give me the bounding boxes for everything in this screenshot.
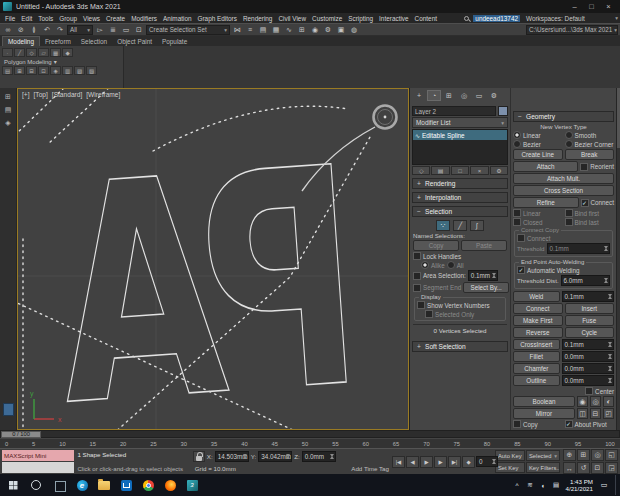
file-explorer-icon[interactable] — [93, 475, 115, 495]
crossinsert-spinner[interactable]: 0.1mm — [562, 339, 615, 350]
cross-section-button[interactable]: Cross Section — [513, 185, 614, 196]
selection-lock-toggle[interactable] — [193, 451, 205, 462]
segment-end-checkbox[interactable]: Segment End — [413, 284, 461, 292]
ribbon-tool-icon[interactable]: ◆ — [62, 48, 73, 57]
select-object-icon[interactable]: ▻ — [94, 24, 106, 35]
motion-tab-icon[interactable]: ◎ — [457, 90, 471, 101]
ribbon-tool-icon[interactable]: ▧ — [86, 66, 97, 75]
selected-only-checkbox[interactable]: Selected Only — [417, 310, 503, 318]
rollout-interpolation[interactable]: + Interpolation — [412, 192, 508, 203]
object-name-field[interactable]: Layer 2 — [412, 106, 496, 116]
render-production-icon[interactable]: ◍ — [348, 24, 360, 35]
network-icon[interactable]: ≋ — [525, 481, 534, 489]
select-and-link-icon[interactable]: ∞ — [2, 24, 14, 35]
bind-last-checkbox[interactable]: Bind last — [565, 218, 615, 226]
boolean-union-icon[interactable]: ◉ — [577, 396, 588, 407]
rollout-rendering[interactable]: + Rendering — [412, 178, 508, 189]
key-mode-toggle-icon[interactable]: ◆ — [462, 456, 475, 468]
modifier-list-dropdown[interactable]: Modifier List ▾ — [412, 117, 508, 128]
selection-filter-dropdown[interactable]: All▾ — [67, 25, 93, 35]
viewport-general-menu[interactable]: [+] — [22, 91, 30, 98]
ribbon-tool-icon[interactable]: ▨ — [74, 66, 85, 75]
attach-mult-button[interactable]: Attach Mult. — [513, 173, 614, 184]
bezier-vertex-radio[interactable]: Bezier — [513, 140, 563, 148]
threshold-dist-spinner[interactable]: 6.0mm — [561, 275, 610, 286]
all-radio[interactable]: All — [447, 261, 464, 269]
fillet-button[interactable]: Fillet — [513, 351, 560, 362]
task-view-button[interactable] — [48, 475, 70, 495]
ribbon-tool-icon[interactable]: ⊞ — [14, 66, 25, 75]
menu-item[interactable]: Scripting — [345, 15, 376, 22]
chamfer-spinner[interactable]: 0.0mm — [562, 363, 615, 374]
boolean-button[interactable]: Boolean — [513, 396, 575, 407]
menu-item[interactable]: Graph Editors — [195, 15, 240, 22]
viewport-pov-menu[interactable]: [Top] — [34, 91, 48, 98]
ribbon-tool-icon[interactable]: ▥ — [62, 66, 73, 75]
auto-key-button[interactable]: Auto Key — [495, 450, 525, 461]
ribbon-tool-icon[interactable]: ▱ — [38, 48, 49, 57]
window-crossing-icon[interactable]: ⊡ — [133, 24, 145, 35]
reverse-button[interactable]: Reverse — [513, 327, 563, 338]
minimize-button[interactable]: – — [566, 0, 583, 13]
area-selection-checkbox[interactable]: Area Selection: — [413, 272, 466, 280]
search-value[interactable]: undeead13742 — [473, 15, 520, 22]
listener-field[interactable] — [2, 462, 74, 473]
render-setup-icon[interactable]: ⚙ — [322, 24, 334, 35]
schematic-view-icon[interactable]: ⊞ — [296, 24, 308, 35]
closed-checkbox[interactable]: Closed — [513, 218, 563, 226]
previous-frame-icon[interactable]: ◀ — [406, 456, 419, 468]
y-coordinate-field[interactable]: 34.042mm — [258, 451, 292, 462]
threshold-spinner[interactable]: 0.1mm — [547, 243, 610, 254]
hierarchy-tab-icon[interactable]: ⊞ — [442, 90, 456, 101]
smooth-vertex-radio[interactable]: Smooth — [565, 131, 615, 139]
spline-subobject-icon[interactable]: ∫ — [470, 220, 484, 231]
viewport-preset-menu[interactable]: [Standard] — [52, 91, 82, 98]
pin-stack-icon[interactable]: ◇ — [412, 166, 430, 175]
copy-selection-button[interactable]: Copy — [413, 240, 459, 251]
configure-modifier-sets-icon[interactable]: ⚙ — [490, 166, 508, 175]
menu-item[interactable]: File — [2, 15, 18, 22]
field-of-view-icon[interactable]: ◲ — [605, 462, 618, 474]
selection-set-field[interactable]: Create Selection Set▾ — [146, 25, 230, 35]
weld-button[interactable]: Weld — [513, 291, 560, 302]
workspaces-selector[interactable]: Workspaces: Default — [526, 15, 585, 22]
rollout-geometry[interactable]: − Geometry — [513, 111, 614, 122]
pan-icon[interactable]: ↔ — [563, 462, 576, 474]
reorient-checkbox[interactable]: Reorient — [580, 163, 614, 171]
menu-item[interactable]: Civil View — [275, 15, 309, 22]
menu-item[interactable]: Customize — [309, 15, 345, 22]
key-mode-dropdown[interactable]: Selected▾ — [526, 450, 560, 461]
make-first-button[interactable]: Make First — [513, 315, 563, 326]
mirror-tool-icon[interactable]: ⋈ — [231, 24, 243, 35]
mirror-horizontal-icon[interactable]: ◫ — [577, 408, 588, 419]
time-slider-track[interactable]: 0 / 100 — [0, 430, 620, 438]
render-frame-window-icon[interactable]: ▣ — [335, 24, 347, 35]
tab-populate[interactable]: Populate — [157, 37, 192, 46]
show-vertex-numbers-checkbox[interactable]: Show Vertex Numbers — [417, 301, 503, 309]
rollout-soft-selection[interactable]: + Soft Selection — [412, 341, 508, 352]
side-toolbar-icon[interactable]: ⊞ — [2, 91, 14, 102]
ribbon-toggle-icon[interactable]: ▦ — [270, 24, 282, 35]
side-toolbar-icon[interactable]: ◈ — [2, 117, 14, 128]
menu-item[interactable]: Group — [56, 15, 80, 22]
show-end-result-icon[interactable]: ▤ — [431, 166, 449, 175]
top-viewport[interactable]: [+] [Top] [Standard] [Wireframe] PA — [17, 88, 409, 430]
ribbon-tool-icon[interactable]: ◈ — [50, 66, 61, 75]
tab-freeform[interactable]: Freeform — [40, 37, 76, 46]
fillet-spinner[interactable]: 0.0mm — [562, 351, 615, 362]
connect-copy-checkbox[interactable]: Connect — [517, 234, 610, 242]
cortana-search-button[interactable] — [25, 475, 47, 495]
3ds-max-taskbar-icon[interactable] — [181, 475, 203, 495]
modify-tab-icon[interactable]: ◔ — [427, 90, 441, 101]
utilities-tab-icon[interactable]: ⚙ — [487, 90, 501, 101]
boolean-intersect-icon[interactable]: ◐ — [603, 396, 614, 407]
polygon-modeling-caption[interactable]: Polygon Modeling ▾ — [2, 58, 121, 65]
viewport-canvas[interactable]: PA — [18, 89, 408, 429]
menu-item[interactable]: Tools — [35, 15, 56, 22]
layer-explorer-icon[interactable]: ▤ — [257, 24, 269, 35]
ribbon-tool-icon[interactable]: ◇ — [26, 48, 37, 57]
menu-item[interactable]: Rendering — [240, 15, 276, 22]
chrome-icon[interactable] — [137, 475, 159, 495]
automatic-welding-checkbox[interactable]: Automatic Welding — [517, 266, 610, 274]
project-folder-field[interactable]: C:\Users\und...\3ds Max 2021▾ — [526, 25, 618, 35]
